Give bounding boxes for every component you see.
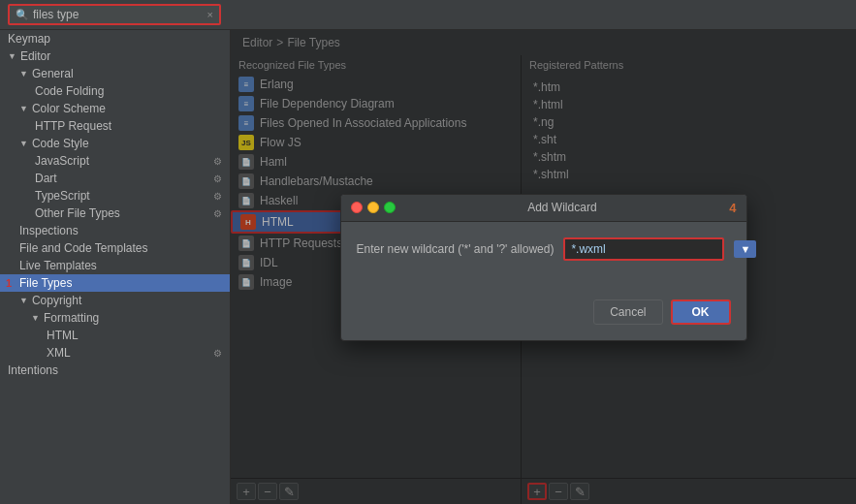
sidebar-item-html-fmt[interactable]: HTML [0,327,230,344]
triangle-icon: ▼ [19,69,28,79]
sidebar-item-keymap[interactable]: Keymap [0,30,230,47]
sidebar: Keymap ▼ Editor ▼ General Code Folding ▼… [0,30,231,504]
wildcard-suffix-button[interactable]: ▼ [734,240,756,258]
main-layout: Keymap ▼ Editor ▼ General Code Folding ▼… [0,30,856,504]
sidebar-item-file-code-templates[interactable]: File and Code Templates [0,239,230,257]
cancel-button[interactable]: Cancel [593,299,662,325]
modal-footer: Cancel OK [341,292,746,340]
content-area: Editor > File Types Recognized File Type… [231,30,856,504]
sidebar-item-dart[interactable]: Dart ⚙ [0,170,230,187]
sidebar-item-general[interactable]: ▼ General [0,65,230,82]
intentions-label: Intentions [8,363,58,377]
sidebar-item-color-scheme[interactable]: ▼ Color Scheme [0,100,230,117]
sidebar-item-formatting[interactable]: ▼ Formatting [0,309,230,327]
gear-icon: ⚙ [213,156,222,167]
sidebar-item-typescript[interactable]: TypeScript ⚙ [0,187,230,205]
general-label: General [32,67,74,80]
ok-button[interactable]: OK [671,299,731,325]
gear-icon: ⚙ [213,191,222,202]
code-folding-label: Code Folding [35,84,104,98]
triangle-icon: ▼ [19,104,28,113]
triangle-icon: ▼ [19,139,28,148]
file-types-label: File Types [19,276,72,290]
html-fmt-label: HTML [47,329,79,342]
modal-title: Add Wildcard [403,201,722,214]
sidebar-item-editor[interactable]: ▼ Editor [0,47,230,65]
gear-icon: ⚙ [213,348,222,359]
js-label: JavaScript [35,154,89,168]
modal-label: Enter new wildcard ('*' and '?' allowed) [357,242,555,256]
minimize-window-button[interactable] [367,202,379,213]
sidebar-item-code-folding[interactable]: Code Folding [0,82,230,100]
sidebar-item-inspections[interactable]: Inspections [0,222,230,239]
badge-1: 1 [6,277,12,289]
add-wildcard-dialog: Add Wildcard 4 Enter new wildcard ('*' a… [340,194,747,341]
sidebar-item-copyright[interactable]: ▼ Copyright ⚙ [0,292,230,309]
sidebar-item-other-file-types[interactable]: Other File Types ⚙ [0,205,230,222]
modal-input-row: Enter new wildcard ('*' and '?' allowed)… [357,237,731,261]
gear-icon: ⚙ [213,208,222,219]
modal-number-badge: 4 [729,201,736,215]
clear-icon[interactable]: × [207,9,213,20]
keymap-label: Keymap [8,32,50,46]
other-ft-label: Other File Types [35,206,120,220]
title-bar: 🔍 × [0,0,856,30]
fct-label: File and Code Templates [19,241,148,255]
sidebar-item-file-types[interactable]: 1 File Types [0,274,230,292]
maximize-window-button[interactable] [384,202,396,213]
sidebar-item-intentions[interactable]: Intentions [0,362,230,379]
code-style-label: Code Style [32,137,89,150]
lt-label: Live Templates [19,259,97,272]
copyright-label: Copyright [32,294,81,307]
close-window-button[interactable] [351,202,363,213]
formatting-label: Formatting [44,311,99,325]
search-input[interactable] [33,8,204,21]
modal-body: Enter new wildcard ('*' and '?' allowed)… [341,222,746,292]
triangle-icon: ▼ [19,296,28,305]
color-scheme-label: Color Scheme [32,102,106,115]
http-request-label: HTTP Request [35,119,111,133]
gear-icon: ⚙ [213,173,222,184]
modal-overlay: Add Wildcard 4 Enter new wildcard ('*' a… [231,30,856,504]
modal-titlebar: Add Wildcard 4 [341,195,746,222]
sidebar-item-live-templates[interactable]: Live Templates [0,257,230,274]
inspections-label: Inspections [19,224,79,237]
sidebar-item-code-style[interactable]: ▼ Code Style ⚙ [0,135,230,152]
editor-label: Editor [20,49,50,63]
dart-label: Dart [35,172,57,185]
triangle-icon: ▼ [31,313,40,323]
sidebar-item-xml-fmt[interactable]: XML ⚙ [0,344,230,362]
search-icon: 🔍 [16,9,29,21]
sidebar-item-http-request[interactable]: HTTP Request [0,117,230,135]
sidebar-item-javascript[interactable]: JavaScript ⚙ [0,152,230,170]
wildcard-input[interactable] [563,237,724,261]
ts-label: TypeScript [35,189,90,203]
triangle-icon: ▼ [8,51,16,61]
search-box[interactable]: 🔍 × [8,4,221,25]
traffic-lights [351,202,396,213]
xml-fmt-label: XML [47,346,71,360]
